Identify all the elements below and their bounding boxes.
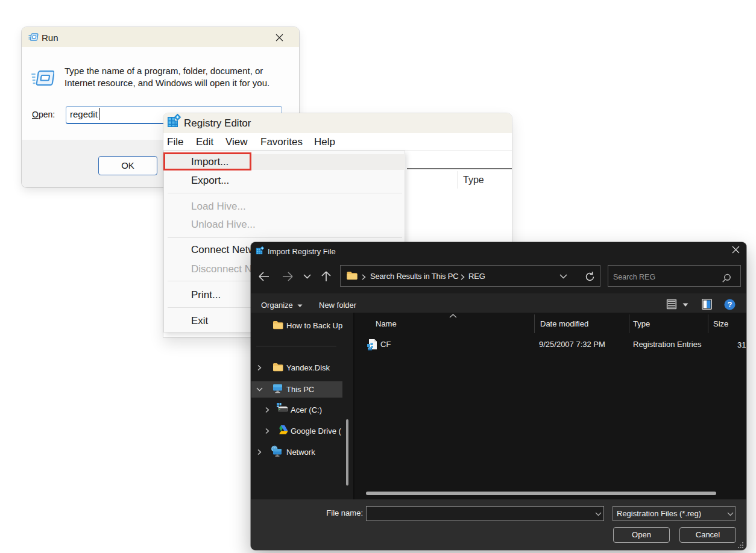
svg-text:?: ? — [728, 300, 732, 309]
